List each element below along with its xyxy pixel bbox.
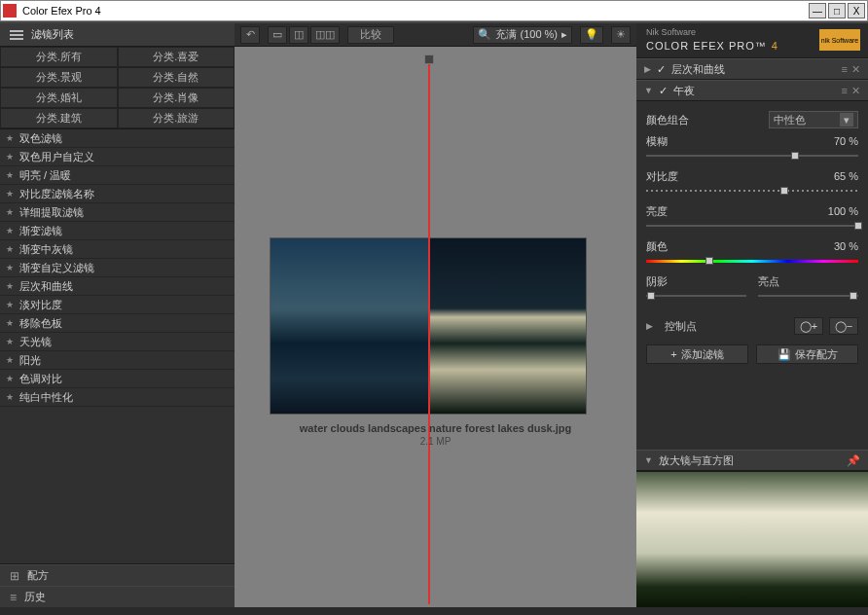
highlight-slider[interactable] xyxy=(758,292,858,300)
category-item[interactable]: 分类.建筑 xyxy=(0,108,118,128)
recipe-icon: ⊞ xyxy=(10,569,19,583)
zoom-control[interactable]: 🔍 充满 (100 %) ▸ xyxy=(473,26,572,44)
close-icon[interactable]: ✕ xyxy=(851,85,860,97)
filter-item[interactable]: ★对比度滤镜名称 xyxy=(0,185,235,203)
zoom-label: 充满 (100 %) xyxy=(495,27,558,42)
compare-button[interactable]: 比较 xyxy=(347,26,394,44)
control-point-row: ▶ 控制点 ◯+ ◯− xyxy=(636,313,868,339)
add-control-point-button[interactable]: ◯+ xyxy=(794,317,823,335)
panel-midnight-body: 颜色组合 中性色 ▾ 模糊70 % 对比度65 % 亮度100 % 颜色30 %… xyxy=(636,101,868,313)
brand-header: Nik Software COLOR EFEX PRO™ 4 nik Softw… xyxy=(636,23,868,58)
check-icon[interactable]: ✓ xyxy=(659,85,668,97)
contrast-label: 对比度 xyxy=(646,169,834,184)
filter-item[interactable]: ★详细提取滤镜 xyxy=(0,203,235,222)
check-icon[interactable]: ✓ xyxy=(657,63,666,76)
panel-levels-curves[interactable]: ▶ ✓ 层次和曲线 ≡✕ xyxy=(636,58,868,80)
star-icon: ★ xyxy=(6,170,14,180)
menu-icon[interactable]: ≡ xyxy=(842,63,848,76)
filter-item[interactable]: ★渐变滤镜 xyxy=(0,222,235,240)
filter-item[interactable]: ★阳光 xyxy=(0,351,235,370)
filter-item[interactable]: ★层次和曲线 xyxy=(0,277,235,296)
image-size: 2.1 MP xyxy=(235,436,636,447)
split-divider[interactable] xyxy=(428,54,430,604)
triangle-icon[interactable]: ▶ xyxy=(646,321,653,331)
loupe-preview[interactable] xyxy=(636,471,868,607)
history-icon: ≡ xyxy=(10,591,17,604)
filter-list-title: 滤镜列表 xyxy=(31,27,74,42)
maximize-button[interactable]: □ xyxy=(828,3,846,18)
tab-history[interactable]: ≡历史 xyxy=(0,586,235,607)
star-icon: ★ xyxy=(6,374,14,383)
star-icon: ★ xyxy=(6,337,14,346)
category-item[interactable]: 分类.婚礼 xyxy=(0,88,118,108)
view-split-button[interactable]: ◫ xyxy=(289,26,308,44)
search-icon: 🔍 xyxy=(478,28,491,41)
contrast-value: 65 % xyxy=(834,170,858,182)
divider-handle[interactable] xyxy=(424,54,434,64)
filter-item[interactable]: ★渐变自定义滤镜 xyxy=(0,259,235,277)
close-icon[interactable]: ✕ xyxy=(851,63,860,76)
plus-icon: + xyxy=(670,348,676,360)
star-icon: ★ xyxy=(6,263,14,272)
star-icon: ★ xyxy=(6,207,14,217)
center-panel: ↶ ▭ ◫ ◫◫ 比较 🔍 充满 (100 %) ▸ 💡 ☀ wate xyxy=(235,23,636,607)
tab-recipe[interactable]: ⊞配方 xyxy=(0,564,235,586)
color-label: 颜色 xyxy=(646,239,834,254)
category-grid: 分类.所有 分类.喜爱 分类.景观 分类.自然 分类.婚礼 分类.肖像 分类.建… xyxy=(0,47,235,129)
shadow-slider[interactable] xyxy=(646,292,746,300)
category-item[interactable]: 分类.旅游 xyxy=(118,108,235,128)
view-single-button[interactable]: ▭ xyxy=(268,26,287,44)
category-item[interactable]: 分类.肖像 xyxy=(118,88,235,108)
filter-item[interactable]: ★双色滤镜 xyxy=(0,129,235,148)
color-combo-label: 颜色组合 xyxy=(646,113,769,127)
category-item[interactable]: 分类.景观 xyxy=(0,67,118,88)
contrast-slider[interactable] xyxy=(646,187,858,195)
view-side-button[interactable]: ◫◫ xyxy=(310,26,340,44)
panel-midnight[interactable]: ▼ ✓ 午夜 ≡✕ xyxy=(636,80,868,101)
pin-icon[interactable]: 📌 xyxy=(847,454,860,467)
filter-item[interactable]: ★渐变中灰镜 xyxy=(0,240,235,259)
shadow-label: 阴影 xyxy=(646,274,746,289)
close-button[interactable]: X xyxy=(848,3,865,18)
settings-button[interactable]: ☀ xyxy=(611,26,631,44)
panel-loupe[interactable]: ▼ 放大镜与直方图 📌 xyxy=(636,450,868,471)
filter-item[interactable]: ★纯白中性化 xyxy=(0,388,235,407)
image-canvas[interactable]: water clouds landscapes nature forest la… xyxy=(235,47,636,607)
minimize-button[interactable]: — xyxy=(809,3,826,18)
color-combo-select[interactable]: 中性色 ▾ xyxy=(769,111,858,128)
filter-item[interactable]: ★天光镜 xyxy=(0,333,235,351)
star-icon: ★ xyxy=(6,300,14,309)
save-recipe-button[interactable]: 💾保存配方 xyxy=(756,344,858,364)
blur-slider[interactable] xyxy=(646,152,858,160)
filter-item[interactable]: ★明亮 / 温暖 xyxy=(0,166,235,185)
add-filter-button[interactable]: +添加滤镜 xyxy=(646,344,748,364)
star-icon: ★ xyxy=(6,244,14,254)
hamburger-icon[interactable] xyxy=(10,28,23,42)
category-item[interactable]: 分类.所有 xyxy=(0,47,118,67)
app-icon xyxy=(3,4,17,18)
menu-icon[interactable]: ≡ xyxy=(842,85,848,97)
bottom-tabs: ⊞配方 ≡历史 xyxy=(0,563,235,607)
filter-item[interactable]: ★双色用户自定义 xyxy=(0,148,235,166)
filter-item[interactable]: ★淡对比度 xyxy=(0,296,235,314)
category-item[interactable]: 分类.喜爱 xyxy=(118,47,235,67)
triangle-icon: ▶ xyxy=(644,64,651,74)
left-panel: 滤镜列表 分类.所有 分类.喜爱 分类.景观 分类.自然 分类.婚礼 分类.肖像… xyxy=(0,23,235,607)
preview-after xyxy=(428,238,586,414)
lightbulb-button[interactable]: 💡 xyxy=(580,26,603,44)
triangle-icon: ▼ xyxy=(644,86,653,95)
undo-button[interactable]: ↶ xyxy=(240,26,260,44)
blur-label: 模糊 xyxy=(646,134,834,149)
star-icon: ★ xyxy=(6,318,14,328)
brightness-slider[interactable] xyxy=(646,222,858,230)
chevron-right-icon[interactable]: ▸ xyxy=(561,28,567,41)
color-slider[interactable] xyxy=(646,257,858,265)
category-item[interactable]: 分类.自然 xyxy=(118,67,235,88)
filter-item[interactable]: ★色调对比 xyxy=(0,370,235,388)
image-filename: water clouds landscapes nature forest la… xyxy=(235,422,636,434)
viewer-toolbar: ↶ ▭ ◫ ◫◫ 比较 🔍 充满 (100 %) ▸ 💡 ☀ xyxy=(235,23,636,47)
star-icon: ★ xyxy=(6,152,14,162)
remove-control-point-button[interactable]: ◯− xyxy=(829,317,858,335)
filter-item[interactable]: ★移除色板 xyxy=(0,314,235,333)
brightness-value: 100 % xyxy=(828,205,858,217)
